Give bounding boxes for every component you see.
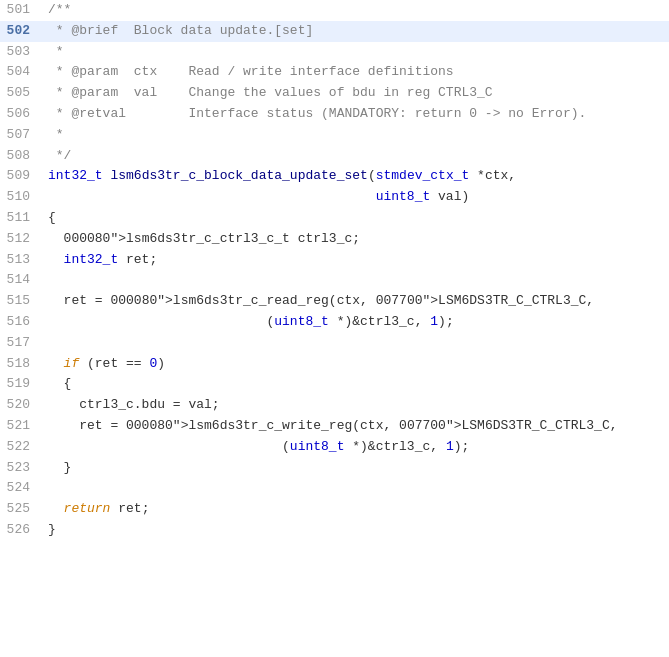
table-row: 505 * @param val Change the values of bd…: [0, 83, 669, 104]
line-number: 503: [0, 42, 40, 63]
line-number: 504: [0, 62, 40, 83]
line-content: [40, 270, 669, 291]
line-content: * @brief Block data update.[set]: [40, 21, 669, 42]
line-content: {: [40, 208, 669, 229]
line-content: [40, 333, 669, 354]
table-row: 511{: [0, 208, 669, 229]
code-editor: 501/**502 * @brief Block data update.[se…: [0, 0, 669, 657]
line-content: 000080">lsm6ds3tr_c_ctrl3_c_t ctrl3_c;: [40, 229, 669, 250]
line-content: */: [40, 146, 669, 167]
line-content: return ret;: [40, 499, 669, 520]
line-number: 523: [0, 458, 40, 479]
line-number: 511: [0, 208, 40, 229]
table-row: 501/**: [0, 0, 669, 21]
table-row: 519 {: [0, 374, 669, 395]
table-row: 509int32_t lsm6ds3tr_c_block_data_update…: [0, 166, 669, 187]
table-row: 526}: [0, 520, 669, 541]
line-content: {: [40, 374, 669, 395]
line-number: 507: [0, 125, 40, 146]
line-content: [40, 478, 669, 499]
line-number: 516: [0, 312, 40, 333]
line-number: 505: [0, 83, 40, 104]
line-number: 514: [0, 270, 40, 291]
table-row: 502 * @brief Block data update.[set]: [0, 21, 669, 42]
table-row: 524: [0, 478, 669, 499]
line-number: 501: [0, 0, 40, 21]
line-number: 522: [0, 437, 40, 458]
line-number: 508: [0, 146, 40, 167]
line-content: if (ret == 0): [40, 354, 669, 375]
table-row: 520 ctrl3_c.bdu = val;: [0, 395, 669, 416]
line-number: 525: [0, 499, 40, 520]
table-row: 508 */: [0, 146, 669, 167]
table-row: 507 *: [0, 125, 669, 146]
table-row: 523 }: [0, 458, 669, 479]
table-row: 517: [0, 333, 669, 354]
line-content: ret = 000080">lsm6ds3tr_c_write_reg(ctx,…: [40, 416, 669, 437]
line-content: *: [40, 42, 669, 63]
table-row: 521 ret = 000080">lsm6ds3tr_c_write_reg(…: [0, 416, 669, 437]
table-row: 512 000080">lsm6ds3tr_c_ctrl3_c_t ctrl3_…: [0, 229, 669, 250]
table-row: 525 return ret;: [0, 499, 669, 520]
line-content: /**: [40, 0, 669, 21]
line-content: uint8_t val): [40, 187, 669, 208]
line-content: * @retval Interface status (MANDATORY: r…: [40, 104, 669, 125]
line-number: 524: [0, 478, 40, 499]
table-row: 522 (uint8_t *)&ctrl3_c, 1);: [0, 437, 669, 458]
line-number: 515: [0, 291, 40, 312]
table-row: 510 uint8_t val): [0, 187, 669, 208]
line-content: int32_t lsm6ds3tr_c_block_data_update_se…: [40, 166, 669, 187]
line-number: 519: [0, 374, 40, 395]
table-row: 514: [0, 270, 669, 291]
table-row: 516 (uint8_t *)&ctrl3_c, 1);: [0, 312, 669, 333]
line-content: ret = 000080">lsm6ds3tr_c_read_reg(ctx, …: [40, 291, 669, 312]
line-content: * @param val Change the values of bdu in…: [40, 83, 669, 104]
line-content: * @param ctx Read / write interface defi…: [40, 62, 669, 83]
line-number: 518: [0, 354, 40, 375]
line-number: 510: [0, 187, 40, 208]
line-number: 512: [0, 229, 40, 250]
code-table: 501/**502 * @brief Block data update.[se…: [0, 0, 669, 541]
line-number: 506: [0, 104, 40, 125]
line-content: (uint8_t *)&ctrl3_c, 1);: [40, 312, 669, 333]
line-number: 513: [0, 250, 40, 271]
line-number: 520: [0, 395, 40, 416]
line-number: 517: [0, 333, 40, 354]
table-row: 504 * @param ctx Read / write interface …: [0, 62, 669, 83]
table-row: 506 * @retval Interface status (MANDATOR…: [0, 104, 669, 125]
line-content: }: [40, 458, 669, 479]
line-number: 521: [0, 416, 40, 437]
table-row: 503 *: [0, 42, 669, 63]
line-number: 509: [0, 166, 40, 187]
line-number: 526: [0, 520, 40, 541]
line-content: int32_t ret;: [40, 250, 669, 271]
line-number: 502: [0, 21, 40, 42]
line-content: ctrl3_c.bdu = val;: [40, 395, 669, 416]
table-row: 518 if (ret == 0): [0, 354, 669, 375]
line-content: }: [40, 520, 669, 541]
line-content: *: [40, 125, 669, 146]
table-row: 513 int32_t ret;: [0, 250, 669, 271]
table-row: 515 ret = 000080">lsm6ds3tr_c_read_reg(c…: [0, 291, 669, 312]
line-content: (uint8_t *)&ctrl3_c, 1);: [40, 437, 669, 458]
